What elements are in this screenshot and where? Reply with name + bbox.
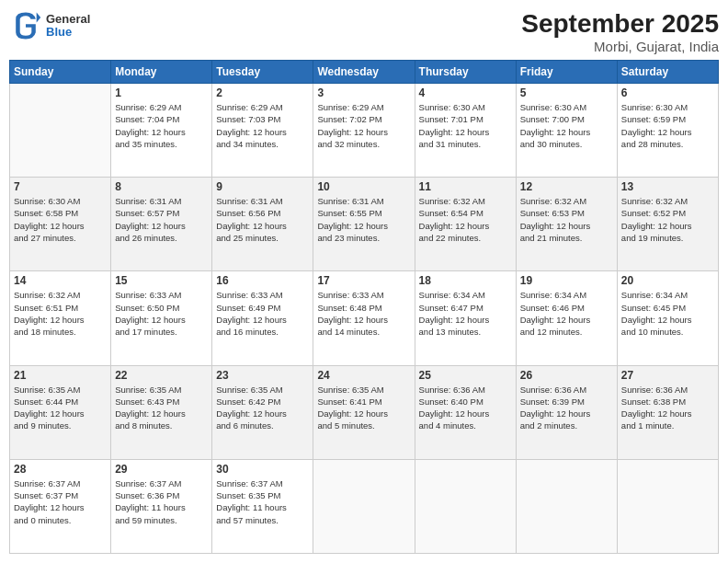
day-info: Sunrise: 6:30 AM Sunset: 7:00 PM Dayligh…: [520, 101, 613, 150]
calendar-row-4: 28Sunrise: 6:37 AM Sunset: 6:37 PM Dayli…: [10, 459, 719, 553]
calendar-cell: 29Sunrise: 6:37 AM Sunset: 6:36 PM Dayli…: [111, 459, 212, 553]
day-number: 12: [520, 180, 613, 193]
day-number: 21: [14, 369, 107, 382]
calendar-row-2: 14Sunrise: 6:32 AM Sunset: 6:51 PM Dayli…: [10, 271, 719, 365]
day-info: Sunrise: 6:30 AM Sunset: 7:01 PM Dayligh…: [419, 101, 512, 150]
day-info: Sunrise: 6:29 AM Sunset: 7:04 PM Dayligh…: [115, 101, 208, 150]
day-number: 15: [115, 274, 208, 287]
day-info: Sunrise: 6:35 AM Sunset: 6:44 PM Dayligh…: [14, 384, 107, 432]
day-info: Sunrise: 6:37 AM Sunset: 6:36 PM Dayligh…: [115, 477, 208, 526]
day-info: Sunrise: 6:35 AM Sunset: 6:43 PM Dayligh…: [115, 384, 208, 432]
day-number: 18: [419, 274, 512, 287]
day-number: 17: [317, 274, 410, 287]
weekday-tuesday: Tuesday: [212, 61, 313, 84]
calendar-cell: [617, 459, 718, 553]
weekday-saturday: Saturday: [617, 61, 718, 84]
logo-general: General: [46, 13, 90, 26]
calendar-cell: 20Sunrise: 6:34 AM Sunset: 6:45 PM Dayli…: [617, 271, 718, 365]
day-number: 29: [115, 463, 208, 476]
calendar-cell: 26Sunrise: 6:36 AM Sunset: 6:39 PM Dayli…: [516, 365, 617, 459]
day-info: Sunrise: 6:34 AM Sunset: 6:47 PM Dayligh…: [419, 289, 512, 338]
day-info: Sunrise: 6:30 AM Sunset: 6:59 PM Dayligh…: [621, 101, 714, 150]
day-number: 16: [216, 274, 309, 287]
day-number: 8: [115, 180, 208, 193]
day-info: Sunrise: 6:36 AM Sunset: 6:39 PM Dayligh…: [520, 384, 613, 432]
calendar-cell: 30Sunrise: 6:37 AM Sunset: 6:35 PM Dayli…: [212, 459, 313, 553]
calendar-cell: 27Sunrise: 6:36 AM Sunset: 6:38 PM Dayli…: [617, 365, 718, 459]
day-number: 30: [216, 463, 309, 476]
day-number: 19: [520, 274, 613, 287]
day-number: 14: [14, 274, 107, 287]
day-info: Sunrise: 6:34 AM Sunset: 6:46 PM Dayligh…: [520, 289, 613, 338]
header: General Blue September 2025 Morbi, Gujar…: [9, 9, 719, 54]
calendar-cell: 3Sunrise: 6:29 AM Sunset: 7:02 PM Daylig…: [313, 84, 415, 178]
day-number: 27: [621, 369, 714, 382]
day-info: Sunrise: 6:33 AM Sunset: 6:50 PM Dayligh…: [115, 289, 208, 338]
day-number: 13: [621, 180, 714, 193]
day-info: Sunrise: 6:33 AM Sunset: 6:48 PM Dayligh…: [317, 289, 410, 338]
day-number: 1: [115, 86, 208, 99]
day-number: 4: [419, 86, 512, 99]
day-number: 2: [216, 86, 309, 99]
calendar-cell: 15Sunrise: 6:33 AM Sunset: 6:50 PM Dayli…: [111, 271, 212, 365]
day-number: 3: [317, 86, 410, 99]
day-number: 5: [520, 86, 613, 99]
day-number: 20: [621, 274, 714, 287]
day-number: 10: [317, 180, 410, 193]
day-info: Sunrise: 6:33 AM Sunset: 6:49 PM Dayligh…: [216, 289, 309, 338]
calendar-cell: 1Sunrise: 6:29 AM Sunset: 7:04 PM Daylig…: [111, 84, 212, 178]
day-number: 11: [419, 180, 512, 193]
day-info: Sunrise: 6:37 AM Sunset: 6:35 PM Dayligh…: [216, 477, 309, 526]
calendar-cell: 21Sunrise: 6:35 AM Sunset: 6:44 PM Dayli…: [10, 365, 111, 459]
day-number: 28: [14, 463, 107, 476]
day-info: Sunrise: 6:31 AM Sunset: 6:56 PM Dayligh…: [216, 195, 309, 244]
day-info: Sunrise: 6:37 AM Sunset: 6:37 PM Dayligh…: [14, 477, 107, 526]
page: General Blue September 2025 Morbi, Gujar…: [0, 0, 728, 563]
day-info: Sunrise: 6:34 AM Sunset: 6:45 PM Dayligh…: [621, 289, 714, 338]
day-number: 22: [115, 369, 208, 382]
calendar-cell: [313, 459, 415, 553]
logo-blue: Blue: [46, 26, 90, 39]
month-year: September 2025: [521, 9, 719, 39]
day-info: Sunrise: 6:32 AM Sunset: 6:51 PM Dayligh…: [14, 289, 107, 338]
day-number: 9: [216, 180, 309, 193]
calendar-cell: 19Sunrise: 6:34 AM Sunset: 6:46 PM Dayli…: [516, 271, 617, 365]
calendar-cell: 9Sunrise: 6:31 AM Sunset: 6:56 PM Daylig…: [212, 178, 313, 271]
calendar-cell: 24Sunrise: 6:35 AM Sunset: 6:41 PM Dayli…: [313, 365, 415, 459]
weekday-wednesday: Wednesday: [313, 61, 415, 84]
day-info: Sunrise: 6:31 AM Sunset: 6:55 PM Dayligh…: [317, 195, 410, 244]
day-number: 23: [216, 369, 309, 382]
calendar-cell: [10, 84, 111, 178]
day-number: 6: [621, 86, 714, 99]
day-info: Sunrise: 6:29 AM Sunset: 7:02 PM Dayligh…: [317, 101, 410, 150]
calendar-cell: 14Sunrise: 6:32 AM Sunset: 6:51 PM Dayli…: [10, 271, 111, 365]
day-info: Sunrise: 6:30 AM Sunset: 6:58 PM Dayligh…: [14, 195, 107, 244]
calendar-cell: 8Sunrise: 6:31 AM Sunset: 6:57 PM Daylig…: [111, 178, 212, 271]
calendar-cell: 11Sunrise: 6:32 AM Sunset: 6:54 PM Dayli…: [415, 178, 516, 271]
day-info: Sunrise: 6:29 AM Sunset: 7:03 PM Dayligh…: [216, 101, 309, 150]
calendar-cell: 5Sunrise: 6:30 AM Sunset: 7:00 PM Daylig…: [516, 84, 617, 178]
logo-text: General Blue: [46, 13, 90, 40]
calendar-cell: 10Sunrise: 6:31 AM Sunset: 6:55 PM Dayli…: [313, 178, 415, 271]
calendar-cell: 13Sunrise: 6:32 AM Sunset: 6:52 PM Dayli…: [617, 178, 718, 271]
logo: General Blue: [9, 9, 90, 42]
calendar-cell: [415, 459, 516, 553]
title-block: September 2025 Morbi, Gujarat, India: [521, 9, 719, 54]
calendar-cell: 22Sunrise: 6:35 AM Sunset: 6:43 PM Dayli…: [111, 365, 212, 459]
calendar-row-3: 21Sunrise: 6:35 AM Sunset: 6:44 PM Dayli…: [10, 365, 719, 459]
day-info: Sunrise: 6:32 AM Sunset: 6:53 PM Dayligh…: [520, 195, 613, 244]
weekday-sunday: Sunday: [10, 61, 111, 84]
calendar-cell: 23Sunrise: 6:35 AM Sunset: 6:42 PM Dayli…: [212, 365, 313, 459]
day-info: Sunrise: 6:36 AM Sunset: 6:38 PM Dayligh…: [621, 384, 714, 432]
day-number: 26: [520, 369, 613, 382]
day-number: 24: [317, 369, 410, 382]
calendar-cell: 6Sunrise: 6:30 AM Sunset: 6:59 PM Daylig…: [617, 84, 718, 178]
calendar-cell: 17Sunrise: 6:33 AM Sunset: 6:48 PM Dayli…: [313, 271, 415, 365]
calendar-table: SundayMondayTuesdayWednesdayThursdayFrid…: [9, 60, 719, 554]
calendar-cell: [516, 459, 617, 553]
day-info: Sunrise: 6:36 AM Sunset: 6:40 PM Dayligh…: [419, 384, 512, 432]
day-number: 25: [419, 369, 512, 382]
day-info: Sunrise: 6:35 AM Sunset: 6:42 PM Dayligh…: [216, 384, 309, 432]
day-info: Sunrise: 6:35 AM Sunset: 6:41 PM Dayligh…: [317, 384, 410, 432]
calendar-cell: 28Sunrise: 6:37 AM Sunset: 6:37 PM Dayli…: [10, 459, 111, 553]
